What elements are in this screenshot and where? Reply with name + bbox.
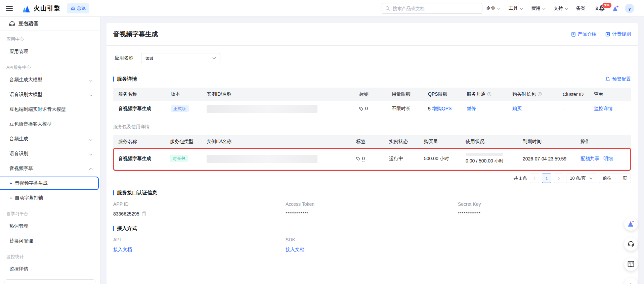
col-usage-status: 使用状况	[461, 139, 518, 145]
col-cluster-id: Cluster ID	[558, 92, 589, 97]
sidebar-item-app-manage[interactable]: 应用管理	[0, 44, 100, 59]
col-purchase-amount: 购买量	[419, 139, 461, 145]
product-intro-link[interactable]: 产品介绍	[571, 31, 597, 37]
volcano-engine-logo[interactable]: 火山引擎	[22, 4, 60, 13]
service-name: 音视频字幕生成	[113, 106, 166, 112]
sidebar-item-asr-llm[interactable]: 语音识别大模型	[0, 87, 100, 102]
usage-progress-bar	[466, 153, 503, 156]
alert-config-link[interactable]: 预警配置	[605, 76, 631, 82]
instance-id-redacted	[207, 155, 317, 163]
ai-assistant-icon[interactable]	[611, 4, 619, 12]
sidebar-item-podcast-llm[interactable]: 豆包语音播客大模型	[0, 117, 100, 132]
cluster-id-value: -	[558, 106, 589, 111]
global-search[interactable]	[382, 3, 482, 14]
sidebar-item-audio-gen[interactable]: 音频生成	[0, 132, 100, 146]
billing-rules-link[interactable]: 计费规则	[605, 31, 631, 37]
instance-status-value: 运行中	[384, 156, 419, 162]
copy-icon[interactable]	[142, 211, 146, 216]
search-input[interactable]	[393, 6, 482, 11]
app-id-label: APP ID	[113, 201, 286, 207]
sidebar-item-av-subtitle-gen-active[interactable]: 音视频字幕生成	[0, 177, 99, 190]
qps-cell: 5增购QPS	[423, 106, 462, 112]
app-name-select[interactable]: test	[141, 53, 220, 63]
usage-quota-value: 不限时长	[387, 106, 423, 112]
chevron-down-icon	[497, 6, 501, 10]
monitor-detail-link[interactable]: 监控详情	[594, 106, 613, 112]
buy-package-link[interactable]: 购买	[512, 106, 522, 112]
col-service-name: 服务名称	[113, 91, 166, 97]
qps-purchase-link[interactable]: 增购QPS	[432, 106, 452, 112]
user-avatar[interactable]: y	[625, 4, 634, 13]
page-size-select[interactable]: 10 条/页	[566, 174, 596, 183]
sidebar-bottom-panel[interactable]	[4, 279, 96, 284]
section-bar	[113, 190, 114, 195]
notification-bell-icon[interactable]: 99+	[599, 5, 605, 11]
next-page-button[interactable]	[554, 174, 563, 183]
total-count: 共 1 条	[514, 175, 527, 181]
overview-button[interactable]: 总览	[67, 3, 89, 13]
chevron-down-icon	[89, 93, 93, 96]
svg-text:AI: AI	[11, 24, 13, 26]
nav-support[interactable]: 支持	[554, 5, 567, 11]
hamburger-menu-icon[interactable]	[6, 5, 13, 12]
sidebar-item-monitor-detail[interactable]: 监控详情	[0, 262, 100, 277]
question-circle-icon[interactable]: ?	[487, 92, 491, 96]
bullet-icon	[10, 197, 12, 199]
version-badge: 正式版	[171, 105, 189, 112]
tag-cell[interactable]: 0	[354, 105, 387, 112]
page-background-strip	[638, 17, 644, 284]
chevron-down-icon	[89, 152, 93, 155]
credentials-title: 服务接口认证信息	[117, 190, 157, 196]
tag-cell[interactable]: 0	[351, 155, 384, 162]
sidebar-item-audio-gen-llm[interactable]: 音频生成大模型	[0, 73, 100, 87]
question-circle-icon[interactable]: ?	[538, 92, 542, 96]
col-tag: 标签	[354, 91, 387, 97]
docs-float-button[interactable]	[624, 257, 638, 271]
nav-icp[interactable]: 备案	[576, 5, 586, 11]
sidebar: AI 豆包语音 应用中心 应用管理 API服务中心 音频生成大模型 语音识别大模…	[0, 17, 100, 284]
secret-key-value: ************	[458, 211, 631, 216]
customer-service-float-button[interactable]	[624, 237, 638, 251]
detail-link[interactable]: 明细	[603, 156, 613, 162]
api-doc-link[interactable]: 接入文档	[113, 247, 132, 253]
nav-enterprise[interactable]: 企业	[486, 5, 500, 11]
sidebar-item-hotword[interactable]: 热词管理	[0, 219, 100, 234]
sdk-doc-link[interactable]: 接入文档	[286, 247, 304, 253]
sidebar-item-replace-word[interactable]: 替换词管理	[0, 234, 100, 248]
pause-service-link[interactable]: 暂停	[467, 106, 476, 112]
page-jump-input[interactable]	[613, 176, 621, 181]
api-label: API	[113, 237, 286, 242]
section-bar	[113, 226, 114, 231]
service-package-row-highlighted: 音视频字幕生成 时长包 0 运行中 500.00 小时 0.00 / 500.0…	[113, 148, 631, 169]
col-view: 查看	[589, 91, 631, 97]
service-detail-table: 服务名称 版本 实例ID/名称 标签 用量限额 QPS限额 服务开通? 购买时长…	[113, 88, 631, 117]
sidebar-section-api-center: API服务中心	[0, 59, 100, 73]
sidebar-item-realtime-voice-llm[interactable]: 豆包端到端实时语音大模型	[0, 102, 100, 117]
quota-share-link[interactable]: 配额共享	[581, 156, 599, 162]
usage-status-cell: 0.00 / 500.00 小时	[461, 153, 518, 164]
current-page-button[interactable]: 1	[542, 174, 551, 183]
sidebar-item-av-subtitle[interactable]: 音视频字幕	[0, 161, 100, 176]
chevron-down-icon	[542, 6, 546, 10]
col-actions: 操作	[575, 139, 631, 145]
service-package-table: 服务名称 服务包类型 实例ID/名称 标签 实例状态 购买量 使用状况 到期时间…	[113, 135, 631, 170]
main-content-card: 音视频字幕生成 产品介绍 计费规则 应用名称 test 服务详情	[106, 23, 638, 284]
nav-tools[interactable]: 工具	[509, 5, 522, 11]
col-usage-quota: 用量限额	[387, 91, 423, 97]
sidebar-item-asr[interactable]: 语音识别	[0, 146, 100, 161]
col-instance-id: 实例ID/名称	[202, 91, 354, 97]
nav-billing[interactable]: 费用	[531, 5, 545, 11]
prev-page-button[interactable]	[530, 174, 539, 183]
ai-assistant-float-button[interactable]	[624, 217, 638, 231]
sidebar-item-auto-subtitle-timing[interactable]: 自动字幕打轴	[0, 191, 100, 205]
page-jumper: 前往 页	[599, 174, 631, 183]
bullet-icon	[10, 183, 12, 184]
app-name-label: 应用名称	[115, 55, 133, 61]
alert-bell-icon	[605, 77, 610, 82]
col-package-type: 服务包类型	[165, 139, 202, 145]
chevron-up-icon	[89, 168, 93, 171]
expire-time-value: 2026-07-04 23:59:59	[518, 156, 575, 161]
col-version: 版本	[166, 91, 202, 97]
package-type-badge: 时长包	[170, 155, 188, 162]
sidebar-section-self-learning: 自学习平台	[0, 205, 100, 219]
